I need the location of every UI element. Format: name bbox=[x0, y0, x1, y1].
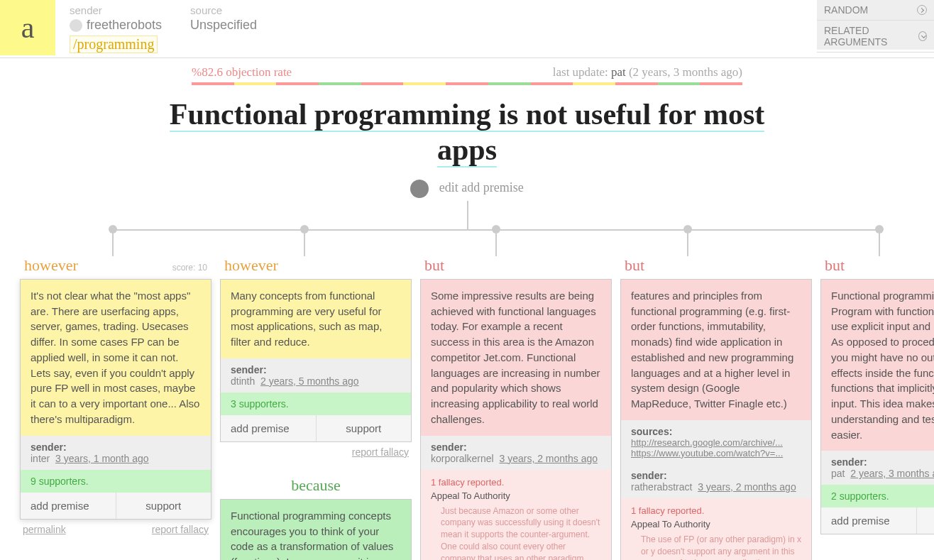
objection-rate: %82.6 objection rate bbox=[192, 65, 292, 79]
main-title: Functional programming is not useful for… bbox=[0, 85, 934, 174]
premise-row: howeverscore: 10It's not clear what the … bbox=[0, 256, 934, 560]
premise-text: Functional programming concepts encourag… bbox=[221, 500, 411, 560]
relation-label: but bbox=[825, 256, 845, 275]
add-premise-link[interactable]: add premise bbox=[461, 180, 523, 194]
card-actions: add premisesupport bbox=[221, 415, 411, 441]
premise-card[interactable]: Many concepts from functional programmin… bbox=[220, 279, 412, 442]
card-actions: add premisesupport bbox=[21, 493, 211, 519]
report-fallacy-link[interactable]: report fallacy bbox=[152, 524, 209, 535]
relation-label: however bbox=[24, 256, 78, 275]
sender-value[interactable]: freetherobots bbox=[70, 18, 162, 33]
premise-card[interactable]: Some impressive results are being achiev… bbox=[420, 279, 612, 560]
edit-link[interactable]: edit bbox=[439, 180, 458, 194]
color-strip bbox=[192, 82, 742, 85]
add-premise-button[interactable]: add premise bbox=[821, 507, 917, 534]
premise-text: Many concepts from functional programmin… bbox=[221, 280, 411, 358]
sources-block: sources:http://research.google.com/archi… bbox=[621, 420, 811, 464]
permalink-link[interactable]: permalink bbox=[23, 524, 66, 535]
chevron-down-icon bbox=[918, 31, 927, 41]
timestamp-link[interactable]: 3 years, 2 months ago bbox=[698, 481, 796, 493]
timestamp-link[interactable]: 2 years, 3 months ago bbox=[850, 468, 934, 479]
logo[interactable]: a bbox=[0, 0, 55, 55]
support-button[interactable]: support bbox=[317, 415, 412, 441]
source-col: source Unspecified bbox=[190, 0, 257, 33]
side-panel: RANDOM RELATED ARGUMENTS bbox=[817, 0, 934, 50]
supporters: 3 supporters. bbox=[221, 392, 411, 415]
root-actions: edit add premise bbox=[0, 180, 934, 198]
premise-card[interactable]: Functional programming concepts encourag… bbox=[220, 499, 412, 560]
source-label: source bbox=[190, 4, 257, 16]
relation-label: because bbox=[291, 476, 341, 495]
source-link[interactable]: http://research.google.com/archive/... bbox=[631, 437, 801, 448]
report-fallacy-link[interactable]: report fallacy bbox=[352, 446, 409, 458]
header: a sender freetherobots /programming sour… bbox=[0, 0, 934, 58]
sender-label: sender bbox=[70, 4, 162, 16]
premise-text: features and principles from functional … bbox=[621, 280, 811, 420]
premise-column: butSome impressive results are being ach… bbox=[420, 256, 612, 560]
card-actions: add premisesupport bbox=[821, 507, 934, 534]
premise-column: howeverMany concepts from functional pro… bbox=[220, 256, 412, 560]
premise-card[interactable]: features and principles from functional … bbox=[620, 279, 812, 560]
premise-card[interactable]: Functional programming means: Program wi… bbox=[820, 279, 934, 535]
stats-bar: %82.6 objection rate last update: pat (2… bbox=[0, 58, 934, 82]
root-node-icon[interactable] bbox=[410, 180, 429, 198]
fallacy-box: 1 fallacy reported.Appeal To AuthorityJu… bbox=[421, 470, 611, 560]
relation-label: but bbox=[424, 256, 444, 275]
timestamp-link[interactable]: 3 years, 1 month ago bbox=[55, 453, 149, 464]
topic-tag[interactable]: /programming bbox=[70, 35, 158, 53]
relation-label: but bbox=[625, 256, 644, 275]
sender-col: sender freetherobots /programming bbox=[70, 0, 162, 53]
source-link[interactable]: https://www.youtube.com/watch?v=... bbox=[631, 448, 801, 459]
add-premise-button[interactable]: add premise bbox=[21, 493, 116, 519]
premise-text: Functional programming means: Program wi… bbox=[821, 280, 934, 451]
last-update: last update: pat (2 years, 3 months ago) bbox=[553, 65, 742, 79]
fallacy-box: 1 fallacy reported.Appeal To AuthorityTh… bbox=[621, 498, 811, 560]
premise-column: butfeatures and principles from function… bbox=[620, 256, 812, 560]
supporters: 2 supporters. bbox=[821, 485, 934, 507]
timestamp-link[interactable]: 2 years, 5 months ago bbox=[260, 375, 359, 387]
premise-text: Some impressive results are being achiev… bbox=[421, 280, 611, 436]
relation-label: however bbox=[224, 256, 278, 275]
sender-block: sender:korporalkernel 3 years, 2 months … bbox=[421, 436, 611, 470]
source-value: Unspecified bbox=[190, 18, 257, 33]
premise-column: butFunctional programming means: Program… bbox=[820, 256, 934, 555]
avatar-icon bbox=[70, 19, 82, 32]
premise-card[interactable]: It's not clear what the "most apps" are.… bbox=[20, 279, 211, 520]
supporters: 9 supporters. bbox=[21, 470, 211, 493]
sender-block: sender:ratherabstract 3 years, 2 months … bbox=[621, 464, 811, 498]
sender-block: sender:dtinth 2 years, 5 months ago bbox=[221, 358, 411, 392]
connectors bbox=[0, 207, 934, 256]
side-related[interactable]: RELATED ARGUMENTS bbox=[817, 21, 934, 53]
support-button[interactable]: support bbox=[917, 507, 935, 534]
score: score: 10 bbox=[172, 263, 207, 273]
add-premise-button[interactable]: add premise bbox=[221, 415, 317, 441]
side-random[interactable]: RANDOM bbox=[817, 0, 934, 21]
premise-column: howeverscore: 10It's not clear what the … bbox=[20, 256, 211, 539]
premise-text: It's not clear what the "most apps" are.… bbox=[21, 280, 211, 436]
timestamp-link[interactable]: 3 years, 2 months ago bbox=[500, 453, 598, 464]
sender-block: sender:inter 3 years, 1 month ago bbox=[21, 436, 211, 470]
support-button[interactable]: support bbox=[116, 493, 211, 519]
chevron-right-icon bbox=[917, 5, 927, 15]
sender-block: sender:pat 2 years, 3 months ago bbox=[821, 451, 934, 485]
